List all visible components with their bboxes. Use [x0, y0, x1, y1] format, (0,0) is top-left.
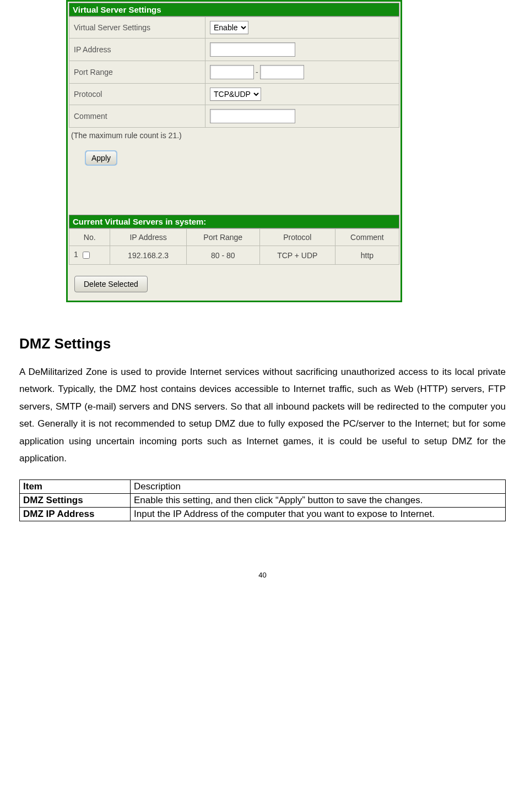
table-row: 1 192.168.2.3 80 - 80 TCP + UDP http [69, 246, 399, 265]
protocol-cell: TCP&UDP [205, 84, 399, 105]
cell-no: 1 [69, 246, 110, 265]
page-number: 40 [0, 571, 525, 590]
max-rule-note: (The maximum rule count is 21.) [69, 128, 399, 151]
desc-header-row: Item Description [20, 479, 506, 493]
port-row: Port Range - [69, 61, 399, 84]
desc-header-desc: Description [131, 479, 506, 493]
port-start-input[interactable] [210, 65, 254, 79]
desc-text-0: Enable this setting, and then click “App… [131, 493, 506, 507]
spacer [69, 165, 399, 215]
col-port: Port Range [186, 229, 259, 246]
col-comment: Comment [335, 229, 399, 246]
apply-button[interactable]: Apply [85, 151, 117, 165]
port-separator: - [256, 68, 258, 77]
dmz-description-table: Item Description DMZ Settings Enable thi… [19, 479, 506, 521]
port-cell: - [205, 61, 399, 84]
cell-ip: 192.168.2.3 [110, 246, 186, 265]
delete-selected-button[interactable]: Delete Selected [74, 276, 148, 292]
col-no: No. [69, 229, 110, 246]
delete-wrap: Delete Selected [69, 265, 399, 292]
current-servers-table: No. IP Address Port Range Protocol Comme… [69, 228, 399, 265]
document-body: DMZ Settings A DeMilitarized Zone is use… [19, 335, 506, 521]
vss-row: Virtual Server Settings Enable [69, 17, 399, 39]
row-select-checkbox[interactable] [83, 252, 90, 259]
router-admin-screenshot: Virtual Server Settings Virtual Server S… [66, 0, 402, 302]
desc-text-1: Input the IP Address of the computer tha… [131, 507, 506, 521]
comment-cell [205, 105, 399, 128]
desc-row: DMZ IP Address Input the IP Address of t… [20, 507, 506, 521]
ip-row: IP Address [69, 39, 399, 61]
cell-port: 80 - 80 [186, 246, 259, 265]
comment-row: Comment [69, 105, 399, 128]
cell-proto: TCP + UDP [259, 246, 335, 265]
protocol-label: Protocol [69, 84, 205, 105]
ip-label: IP Address [69, 39, 205, 61]
virtual-server-settings-header: Virtual Server Settings [69, 3, 399, 17]
col-proto: Protocol [259, 229, 335, 246]
row-number: 1 [74, 250, 78, 259]
ip-cell [205, 39, 399, 61]
desc-item-1: DMZ IP Address [20, 507, 131, 521]
vss-label: Virtual Server Settings [69, 17, 205, 39]
list-header-row: No. IP Address Port Range Protocol Comme… [69, 229, 399, 246]
col-ip: IP Address [110, 229, 186, 246]
protocol-row: Protocol TCP&UDP [69, 84, 399, 105]
desc-row: DMZ Settings Enable this setting, and th… [20, 493, 506, 507]
dmz-paragraph: A DeMilitarized Zone is used to provide … [19, 363, 506, 467]
port-end-input[interactable] [260, 65, 304, 79]
dmz-heading: DMZ Settings [19, 335, 506, 352]
comment-label: Comment [69, 105, 205, 128]
desc-header-item: Item [20, 479, 131, 493]
apply-wrap: Apply [69, 151, 399, 165]
vss-select[interactable]: Enable [210, 21, 248, 34]
protocol-select[interactable]: TCP&UDP [210, 88, 261, 101]
current-servers-header: Current Virtual Servers in system: [69, 215, 399, 228]
vss-cell: Enable [205, 17, 399, 39]
desc-item-0: DMZ Settings [20, 493, 131, 507]
cell-comment: http [335, 246, 399, 265]
ip-address-input[interactable] [210, 42, 295, 57]
comment-input[interactable] [210, 109, 295, 123]
port-label: Port Range [69, 61, 205, 84]
settings-form-table: Virtual Server Settings Enable IP Addres… [69, 17, 399, 128]
